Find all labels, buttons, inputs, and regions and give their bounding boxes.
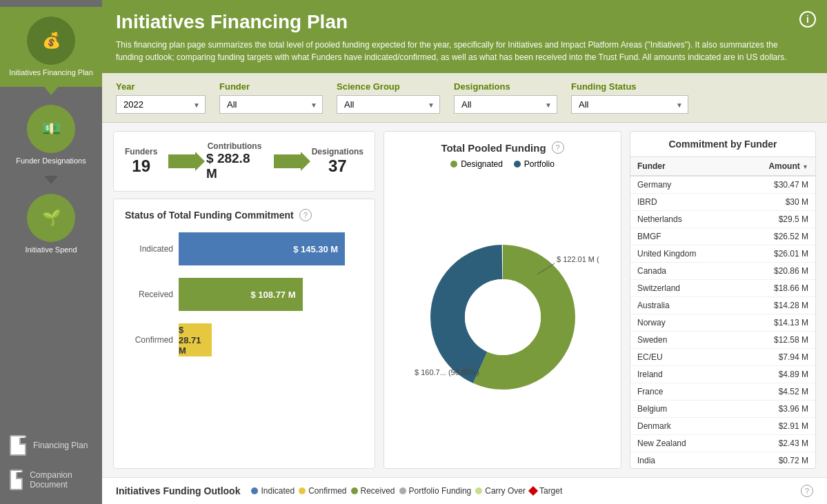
received-bar: $ 108.77 M [179, 278, 303, 311]
funding-status-filter-label: Funding Status [571, 81, 688, 92]
confirmed-bar-value: $ 28.71 M [179, 325, 205, 356]
table-row: Norway$14.13 M [630, 314, 815, 332]
amount-cell: $18.66 M [737, 280, 815, 297]
amount-cell: $12.58 M [737, 332, 815, 349]
funders-value: 19 [132, 157, 150, 176]
chevron-down-icon-1 [44, 87, 58, 95]
funder-filter-group: Funder All [219, 81, 323, 114]
donut-chart-wrapper: $ 122.01 M (43.15%) $ 160.7... (56.85%) [394, 176, 611, 458]
legend-item-portfolio: Portfolio [514, 159, 555, 169]
table-row: Switzerland$18.66 M [630, 280, 815, 297]
amount-cell: $4.52 M [737, 383, 815, 401]
table-row: United Kingdom$26.01 M [630, 245, 815, 263]
arrow-right-icon-2 [274, 154, 301, 168]
legend-item-confirmed-bottom: Confirmed [299, 486, 346, 496]
funder-cell: Sweden [630, 332, 737, 349]
contributions-label: Contributions [208, 141, 262, 151]
commitment-table-title: Commitment by Funder [630, 132, 815, 157]
chevron-down-icon-2 [44, 176, 58, 184]
donut-question-icon[interactable]: ? [552, 141, 564, 154]
table-row: Denmark$2.91 M [630, 418, 815, 435]
science-group-filter-group: Science Group All [337, 81, 440, 114]
amount-cell: $0.72 M [737, 452, 815, 469]
table-row: New Zealand$2.43 M [630, 435, 815, 452]
funder-cell: New Zealand [630, 435, 737, 452]
designations-select[interactable]: All [454, 95, 557, 114]
sidebar-item-companion-doc[interactable]: Companion Document [0, 463, 102, 497]
year-filter-group: Year 2022 [116, 81, 206, 114]
table-row: Belgium$3.96 M [630, 401, 815, 418]
sidebar-bottom-label-companion: Companion Document [30, 470, 92, 490]
legend-item-carry-over: Carry Over [475, 486, 526, 496]
sidebar-item-financing-plan-doc[interactable]: Financing Plan [0, 428, 102, 463]
left-panel: Funders 19 Contributions $ 282.8 M Desig… [113, 131, 375, 469]
sort-icon: ▼ [802, 163, 808, 170]
legend-dot-portfolio-funding [399, 487, 406, 494]
sidebar-item-initiative-spend[interactable]: 🌱 Initiative Spend [0, 184, 102, 264]
funder-select[interactable]: All [219, 95, 323, 114]
designations-value: 37 [328, 157, 347, 176]
sidebar-item-initiatives-financing-plan[interactable]: 💰 Initiatives Financing Plan [0, 7, 102, 87]
col-header-amount[interactable]: Amount ▼ [737, 157, 815, 176]
funder-cell: India [630, 452, 737, 469]
contributions-stat: Contributions $ 282.8 M [206, 141, 263, 181]
amount-cell: $2.91 M [737, 418, 815, 435]
received-bar-label: Received [125, 290, 173, 299]
legend-dot-indicated [251, 487, 258, 494]
amount-cell: $2.43 M [737, 435, 815, 452]
amount-cell: $7.94 M [737, 349, 815, 366]
info-icon[interactable]: i [799, 11, 816, 28]
initiative-spend-icon: 🌱 [42, 209, 61, 227]
commitment-table-body: Germany$30.47 MIBRD$30 MNetherlands$29.5… [630, 176, 815, 468]
table-row: IBRD$30 M [630, 194, 815, 211]
table-row: Netherlands$29.5 M [630, 211, 815, 228]
legend-dot-received [351, 487, 358, 494]
legend-dot-target [528, 486, 538, 496]
legend-label-carry-over: Carry Over [485, 486, 526, 496]
arrow-right-icon-1 [168, 154, 195, 168]
indicated-bar: $ 145.30 M [179, 232, 345, 265]
sidebar-item-funder-designations[interactable]: 💵 Funder Designations [0, 95, 102, 175]
funder-cell: Ireland [630, 366, 737, 383]
outlook-question-icon[interactable]: ? [801, 485, 813, 497]
status-card-header: Status of Total Funding Commitment ? [125, 209, 363, 221]
science-select[interactable]: All [337, 95, 440, 114]
donut-legend: Designated Portfolio [394, 159, 611, 169]
funding-status-select[interactable]: All [571, 95, 688, 114]
funder-cell: Denmark [630, 418, 737, 435]
amount-cell: $30.47 M [737, 176, 815, 194]
funding-outlook-bar: Initiatives Funding Outlook Indicated Co… [102, 477, 827, 504]
sidebar-bottom: Financing Plan Companion Document [0, 428, 102, 504]
funders-label: Funders [125, 147, 157, 157]
funding-status-select-wrapper: All [571, 95, 688, 114]
amount-cell: $14.28 M [737, 297, 815, 314]
legend-label-indicated: Indicated [261, 486, 295, 496]
legend-label-portfolio-funding: Portfolio Funding [409, 486, 472, 496]
commitment-table-panel: Commitment by Funder Funder Amount ▼ [630, 131, 816, 469]
filters-bar: Year 2022 Funder All Science Group All [102, 73, 827, 123]
sidebar-label-funder: Funder Designations [16, 156, 86, 165]
donut-svg: $ 122.01 M (43.15%) $ 160.7... (56.85%) [406, 234, 599, 400]
year-select[interactable]: 2022 [116, 95, 206, 114]
commitment-table-scroll[interactable]: Funder Amount ▼ Germany$30.47 MIBRD$30 M… [630, 157, 815, 468]
funder-select-wrapper: All [219, 95, 323, 114]
table-row: France$4.52 M [630, 383, 815, 401]
funder-cell: Norway [630, 314, 737, 332]
received-bar-row: Received $ 108.77 M [125, 278, 363, 311]
amount-cell: $29.5 M [737, 211, 815, 228]
nav-circle-spend: 🌱 [27, 194, 75, 242]
funder-cell: France [630, 383, 737, 401]
funding-status-filter-group: Funding Status All [571, 81, 688, 114]
content-top: Funders 19 Contributions $ 282.8 M Desig… [102, 123, 827, 477]
table-row: India$0.72 M [630, 452, 815, 469]
funding-outlook-title: Initiatives Funding Outlook [116, 485, 240, 496]
funder-cell: Germany [630, 176, 737, 194]
designations-stat: Designations 37 [312, 147, 363, 176]
commitment-table: Funder Amount ▼ Germany$30.47 MIBRD$30 M… [630, 157, 815, 468]
status-question-icon[interactable]: ? [299, 209, 312, 221]
confirmed-bar: $ 28.71 M [179, 323, 212, 356]
page-description: This financing plan page summarizes the … [116, 39, 792, 63]
col-header-funder[interactable]: Funder [630, 157, 737, 176]
stats-card: Funders 19 Contributions $ 282.8 M Desig… [113, 131, 375, 192]
sidebar-item-label: Initiatives Financing Plan [9, 68, 93, 77]
